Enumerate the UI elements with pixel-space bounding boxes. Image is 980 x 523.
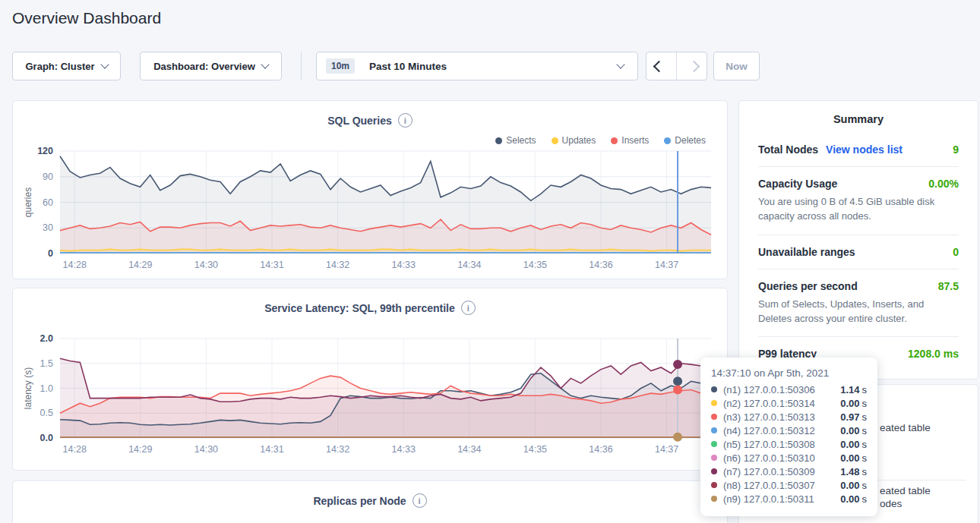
- chevron-down-icon: [100, 60, 109, 68]
- tooltip-row-n5: (n5) 127.0.0.1:503080.00s: [711, 437, 867, 451]
- tooltip-row-n1: (n1) 127.0.0.1:503061.14s: [711, 383, 867, 396]
- chevron-left-icon: [653, 60, 665, 72]
- unavailable-value: 0: [953, 246, 959, 258]
- prev-time-button[interactable]: [646, 52, 669, 80]
- sql-queries-panel: SQL Queries i Selects Updates Inserts De…: [12, 100, 728, 279]
- svg-text:14:34: 14:34: [457, 260, 481, 270]
- series-dot: [711, 496, 717, 502]
- summary-panel: Summary Total Nodes View nodes list 9 Ca…: [738, 100, 978, 380]
- latency-title-text: Service Latency: SQL, 99th percentile: [264, 302, 455, 314]
- tooltip-row-n9: (n9) 127.0.0.1:503110.00s: [711, 492, 867, 506]
- info-icon[interactable]: i: [413, 493, 427, 508]
- svg-text:14:33: 14:33: [392, 444, 416, 455]
- event-item-text: odes: [880, 498, 902, 509]
- svg-text:14:30: 14:30: [194, 444, 218, 455]
- svg-text:14:31: 14:31: [260, 260, 283, 270]
- divider: [758, 166, 959, 167]
- now-button[interactable]: Now: [713, 52, 760, 80]
- latency-chart[interactable]: 14:2814:2914:3014:3114:3214:3314:3414:35…: [13, 331, 729, 471]
- graph-scope-dropdown[interactable]: Graph: Cluster: [12, 52, 121, 80]
- chart-hover-tooltip: 14:37:10 on Apr 5th, 2021 (n1) 127.0.0.1…: [700, 358, 877, 516]
- svg-text:queries: queries: [23, 187, 33, 217]
- svg-text:1.0: 1.0: [40, 383, 53, 394]
- svg-text:14:32: 14:32: [326, 444, 349, 455]
- svg-text:14:30: 14:30: [194, 260, 218, 270]
- svg-text:2.0: 2.0: [40, 333, 53, 344]
- svg-text:14:35: 14:35: [523, 444, 547, 455]
- series-dot: [711, 414, 717, 420]
- sql-queries-chart[interactable]: 14:2814:2914:3014:3114:3214:3314:3414:35…: [13, 143, 729, 280]
- chevron-right-icon: [688, 60, 700, 72]
- arrow-separator: [676, 52, 677, 80]
- summary-row-unavailable: Unavailable ranges 0: [758, 246, 959, 258]
- series-dot: [711, 427, 717, 433]
- capacity-label: Capacity Usage: [758, 178, 837, 190]
- svg-text:14:35: 14:35: [523, 260, 547, 270]
- svg-text:14:29: 14:29: [128, 260, 152, 270]
- capacity-value: 0.00%: [928, 178, 959, 190]
- chevron-down-icon: [261, 60, 269, 68]
- svg-text:14:37: 14:37: [655, 260, 678, 270]
- replicas-title: Replicas per Node i: [13, 481, 727, 508]
- series-dot: [711, 441, 717, 447]
- svg-text:14:34: 14:34: [457, 444, 481, 455]
- svg-text:14:29: 14:29: [128, 444, 152, 455]
- total-nodes-label: Total Nodes: [758, 143, 818, 156]
- summary-row-total-nodes: Total Nodes View nodes list 9: [758, 143, 959, 156]
- svg-text:0: 0: [48, 248, 53, 259]
- svg-text:14:36: 14:36: [589, 260, 612, 270]
- next-time-button[interactable]: [684, 52, 707, 80]
- qps-value: 87.5: [938, 280, 959, 292]
- time-step-buttons: [646, 52, 707, 80]
- series-dot: [711, 455, 717, 461]
- svg-text:14:36: 14:36: [589, 444, 612, 455]
- now-label: Now: [726, 61, 748, 72]
- info-icon[interactable]: i: [398, 113, 413, 128]
- tooltip-timestamp: 14:37:10 on Apr 5th, 2021: [711, 367, 867, 379]
- series-dot: [711, 386, 717, 392]
- time-range-dropdown[interactable]: 10m Past 10 Minutes: [316, 52, 638, 80]
- svg-text:120: 120: [37, 146, 53, 156]
- chevron-down-icon: [616, 60, 624, 68]
- svg-text:60: 60: [43, 197, 53, 208]
- tooltip-row-n3: (n3) 127.0.0.1:503130.97s: [711, 410, 867, 424]
- dashboard-dropdown[interactable]: Dashboard: Overview: [140, 52, 282, 80]
- svg-text:14:28: 14:28: [63, 444, 87, 455]
- p99-value: 1208.0 ms: [908, 348, 959, 360]
- view-nodes-list-link[interactable]: View nodes list: [826, 143, 903, 156]
- svg-text:latency (s): latency (s): [23, 367, 33, 409]
- svg-text:14:31: 14:31: [260, 444, 283, 455]
- svg-text:30: 30: [43, 222, 53, 233]
- qps-desc: Sum of Selects, Updates, Inserts, and De…: [758, 298, 959, 326]
- sql-queries-title-text: SQL Queries: [327, 115, 392, 127]
- summary-row-capacity: Capacity Usage 0.00%: [758, 178, 959, 190]
- svg-text:14:37: 14:37: [655, 444, 678, 455]
- latency-title: Service Latency: SQL, 99th percentile i: [13, 288, 727, 315]
- unavailable-label: Unavailable ranges: [758, 246, 855, 258]
- graph-scope-label: Graph: Cluster: [25, 61, 94, 72]
- event-item-text: eated table: [880, 485, 931, 496]
- qps-label: Queries per second: [758, 280, 858, 292]
- svg-text:14:32: 14:32: [326, 260, 349, 270]
- replicas-panel: Replicas per Node i: [12, 480, 728, 523]
- info-icon[interactable]: i: [461, 301, 476, 315]
- sql-queries-title: SQL Queries i: [13, 101, 727, 128]
- divider: [758, 269, 959, 269]
- summary-title: Summary: [758, 113, 959, 125]
- summary-row-qps: Queries per second 87.5: [758, 280, 959, 292]
- page-title: Overview Dashboard: [12, 9, 161, 27]
- tooltip-row-n6: (n6) 127.0.0.1:503100.00s: [711, 451, 867, 465]
- time-range-label: Past 10 Minutes: [369, 61, 447, 72]
- svg-text:14:33: 14:33: [392, 260, 416, 270]
- tooltip-row-n8: (n8) 127.0.0.1:503070.00s: [711, 478, 867, 492]
- dashboard-label: Dashboard: Overview: [153, 61, 255, 72]
- svg-text:90: 90: [43, 172, 53, 182]
- series-dot: [711, 400, 717, 406]
- event-item-text: eated table: [880, 422, 931, 433]
- svg-text:1.5: 1.5: [40, 358, 53, 369]
- tooltip-row-n2: (n2) 127.0.0.1:503140.00s: [711, 396, 867, 410]
- divider: [758, 235, 959, 235]
- capacity-desc: You are using 0 B of 4.5 GiB usable disk…: [758, 195, 959, 224]
- tooltip-row-n7: (n7) 127.0.0.1:503091.48s: [711, 465, 867, 478]
- latency-panel: Service Latency: SQL, 99th percentile i …: [12, 288, 728, 471]
